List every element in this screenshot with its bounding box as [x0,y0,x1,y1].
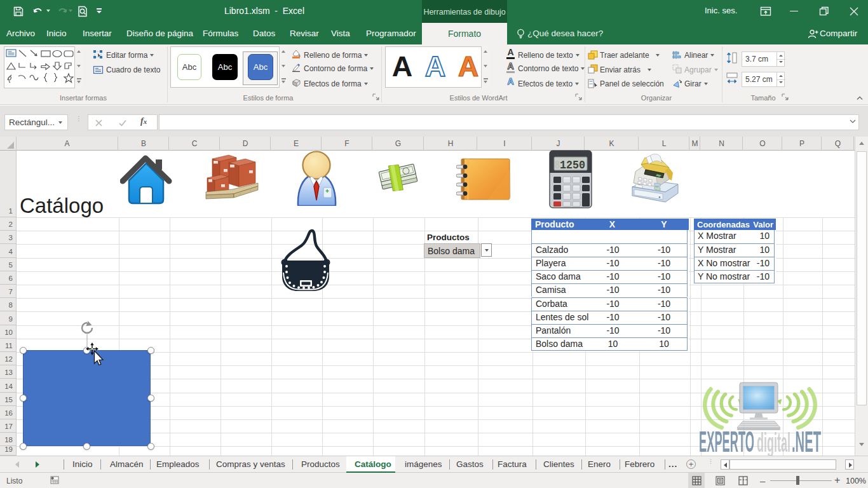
svg-text:1250: 1250 [560,158,585,172]
svg-text:.NET: .NET [792,425,821,456]
svg-text:8: 8 [555,158,560,172]
svg-text:digital: digital [757,428,790,456]
svg-text:EXPERTO: EXPERTO [699,425,754,456]
